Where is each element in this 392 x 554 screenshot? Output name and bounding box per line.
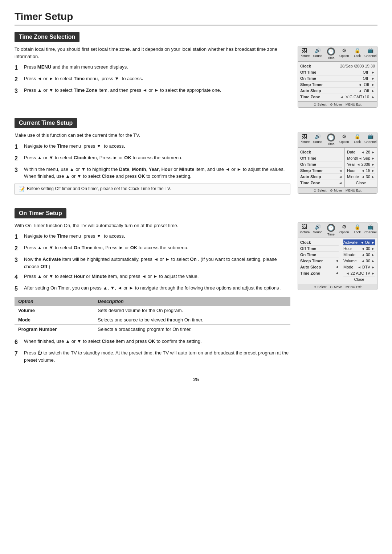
time-zone-section: Time Zone Selection To obtain local time… bbox=[15, 32, 377, 108]
step-ot-6: 6 When finished, use ▲ or ▼ to select Cl… bbox=[15, 338, 290, 346]
ct-sub-minute: Minute◄ 30 ► bbox=[347, 174, 375, 180]
step-ot-2: 2 Press ▲ or ▼ to select On Time item, P… bbox=[15, 244, 290, 253]
icon-sound: 🔊Sound bbox=[311, 48, 324, 60]
current-time-text-col: Make use of this function can set the cu… bbox=[15, 132, 290, 198]
time-zone-intro: To obtain local time, you should first s… bbox=[15, 46, 290, 60]
note-icon: 📝 bbox=[19, 186, 25, 192]
options-table: Option Description Volume Sets desired v… bbox=[15, 297, 290, 334]
on-timer-intro: With On Timer function On, the TV will a… bbox=[15, 222, 290, 229]
col-option: Option bbox=[15, 297, 94, 306]
current-time-intro: Make use of this function can set the cu… bbox=[15, 132, 290, 139]
ot-icon-picture: 🖼Picture bbox=[298, 224, 311, 236]
ct-icon-option: ⚙Option bbox=[338, 134, 351, 146]
ot-icon-channel: 📺Channel bbox=[364, 224, 377, 236]
step-ct-2: 2 Press ▲ or ▼ to select Clock item, Pre… bbox=[15, 154, 290, 163]
tv-row-autosleep: Auto Sleep ◄ Off ► bbox=[300, 88, 375, 94]
ot-row-timezone: Time Zone◄ bbox=[300, 270, 339, 276]
time-zone-panel: 🖼Picture 🔊Sound 🕐Time ⚙Option 🔒Lock 📺Cha… bbox=[298, 46, 377, 108]
ct-submenu: Date◄ 28 ► Month◄ Sep ► Year◄ 2008 ► Hou… bbox=[344, 148, 377, 187]
ct-icon-sound: 🔊Sound bbox=[311, 134, 324, 146]
ot-sub-activate: Activate◄ On ► bbox=[343, 239, 375, 246]
ct-row-timezone: Time Zone◄ bbox=[300, 180, 342, 186]
on-timer-steps-cont: 6 When finished, use ▲ or ▼ to select Cl… bbox=[15, 338, 290, 364]
col-description: Description bbox=[94, 297, 290, 306]
desc-mode: Selects one source to be viewed through … bbox=[94, 315, 290, 325]
desc-program: Selects a broadcasting program for On ti… bbox=[94, 325, 290, 334]
desc-volume: Sets desired volume for the On program. bbox=[94, 306, 290, 315]
ot-row-clock: Clock bbox=[300, 239, 339, 246]
icon-option: ⚙Option bbox=[338, 48, 351, 60]
page-title: Timer Setup bbox=[15, 11, 377, 25]
ot-panel-body: Clock Off Time On Time Sleep Timer◄ Auto… bbox=[298, 238, 377, 284]
ot-sub-hour: Hour◄ 00 ► bbox=[343, 246, 375, 252]
note-box: 📝 Before setting Off timer and On timer,… bbox=[15, 184, 290, 194]
ot-sub-close: Close bbox=[343, 276, 375, 282]
current-time-header: Current Time Setup bbox=[15, 118, 77, 128]
note-text: Before setting Off timer and On timer, p… bbox=[27, 186, 171, 191]
ot-row-sleep: Sleep Timer◄ bbox=[300, 258, 339, 264]
option-row-program: Program Number Selects a broadcasting pr… bbox=[15, 325, 290, 334]
ot-icon-lock: 🔒Lock bbox=[351, 224, 364, 236]
ct-icon-channel: 📺Channel bbox=[364, 134, 377, 146]
ot-icon-option: ⚙Option bbox=[338, 224, 351, 236]
option-row-mode: Mode Selects one source to be viewed thr… bbox=[15, 315, 290, 325]
ct-sub-date: Date◄ 28 ► bbox=[347, 149, 375, 155]
step-tz-1: 1 Press MENU and the main menu screen di… bbox=[15, 63, 290, 72]
ot-submenu: Activate◄ On ► Hour◄ 00 ► Minute◄ 00 ► V… bbox=[341, 238, 377, 284]
option-mode: Mode bbox=[15, 315, 94, 325]
on-timer-panel: 🖼Picture 🔊Sound 🕐Time ⚙Option 🔒Lock 📺Cha… bbox=[298, 222, 377, 290]
ct-row-autosleep: Auto Sleep◄ bbox=[300, 174, 342, 180]
icon-picture: 🖼Picture bbox=[298, 48, 311, 60]
tv-row-ontime: On Time Off ► bbox=[300, 75, 375, 82]
ct-icon-time: 🕐Time bbox=[324, 134, 338, 146]
tv-menu-icons: 🖼Picture 🔊Sound 🕐Time ⚙Option 🔒Lock 📺Cha… bbox=[298, 46, 377, 62]
ct-tv-menu-icons: 🖼Picture 🔊Sound 🕐Time ⚙Option 🔒Lock 📺Cha… bbox=[298, 132, 377, 148]
tv-row-clock: Clock 28/Sep /2008 15:30 bbox=[300, 63, 375, 69]
current-time-section: Current Time Setup Make use of this func… bbox=[15, 118, 377, 198]
step-ot-1: 1 Navigate to the Time menu press ▼ to a… bbox=[15, 233, 290, 241]
ct-icon-lock: 🔒Lock bbox=[351, 134, 364, 146]
ct-row-clock: Clock bbox=[300, 149, 342, 155]
ct-sub-hour: Hour◄ 15 ► bbox=[347, 168, 375, 174]
tz-panel-footer: ⊙ Select ⊙ Move MENU Exit bbox=[298, 101, 377, 107]
step-ot-3: 3 Now the Activate item will be highligh… bbox=[15, 256, 290, 270]
step-ct-1: 1 Navigate to the Time menu press ▼ to a… bbox=[15, 143, 290, 151]
tz-panel-rows: Clock 28/Sep /2008 15:30 Off Time Off ► … bbox=[298, 62, 377, 101]
on-timer-section: On Timer Setup With On Timer function On… bbox=[15, 208, 377, 367]
ot-icon-time: 🕐Time bbox=[324, 224, 338, 236]
tv-row-offtime: Off Time Off ► bbox=[300, 69, 375, 75]
step-tz-2: 2 Press ◄ or ► to select Time menu, pres… bbox=[15, 75, 290, 84]
ot-row-autosleep: Auto Sleep◄ bbox=[300, 264, 339, 270]
step-ot-7: 7 Press ⏻ to switch the TV to standby mo… bbox=[15, 349, 290, 364]
ot-sub-channel: ◄ 22 ABC TV ► bbox=[343, 270, 375, 276]
step-ot-5: 5 After setting On Timer, you can press … bbox=[15, 284, 290, 293]
icon-lock: 🔒Lock bbox=[351, 48, 364, 60]
ct-row-sleep: Sleep Timer◄ bbox=[300, 168, 342, 174]
on-timer-text-col: With On Timer function On, the TV will a… bbox=[15, 222, 290, 367]
ct-sub-month: Month◄ Sep ► bbox=[347, 155, 375, 161]
ot-sub-minute: Minute◄ 00 ► bbox=[343, 252, 375, 258]
ot-panel-footer: ⊙ Select ⊙ Move MENU Exit bbox=[298, 284, 377, 290]
current-time-steps: 1 Navigate to the Time menu press ▼ to a… bbox=[15, 143, 290, 180]
time-zone-header: Time Zone Selection bbox=[15, 32, 79, 42]
tv-row-sleep: Sleep Timer ◄ Off ► bbox=[300, 82, 375, 88]
ot-row-ontime: On Time bbox=[300, 252, 339, 258]
time-zone-steps: 1 Press MENU and the main menu screen di… bbox=[15, 63, 290, 95]
time-zone-text-col: To obtain local time, you should first s… bbox=[15, 46, 290, 98]
icon-time: 🕐Time bbox=[324, 48, 338, 60]
ct-icon-picture: 🖼Picture bbox=[298, 134, 311, 146]
ct-main-rows: Clock Off Time On Time Sleep Timer◄ Auto… bbox=[298, 148, 344, 187]
tv-row-timezone: Time Zone ◄ VIC GMT+10 ► bbox=[300, 94, 375, 100]
ct-row-ontime: On Time bbox=[300, 161, 342, 168]
ot-tv-menu-icons: 🖼Picture 🔊Sound 🕐Time ⚙Option 🔒Lock 📺Cha… bbox=[298, 222, 377, 238]
options-table-header: Option Description bbox=[15, 297, 290, 306]
ct-panel-body: Clock Off Time On Time Sleep Timer◄ Auto… bbox=[298, 148, 377, 187]
step-ot-4: 4 Press ▲ or ▼ to select Hour or Minute … bbox=[15, 273, 290, 282]
on-timer-steps: 1 Navigate to the Time menu press ▼ to a… bbox=[15, 233, 290, 293]
icon-channel: 📺Channel bbox=[364, 48, 377, 60]
step-tz-3: 3 Press ▲ or ▼ to select Time Zone item,… bbox=[15, 87, 290, 95]
ct-sub-year: Year◄ 2008 ► bbox=[347, 161, 375, 168]
ot-sub-volume: Volume◄ 00 ► bbox=[343, 258, 375, 264]
option-program: Program Number bbox=[15, 325, 94, 334]
ot-icon-sound: 🔊Sound bbox=[311, 224, 324, 236]
